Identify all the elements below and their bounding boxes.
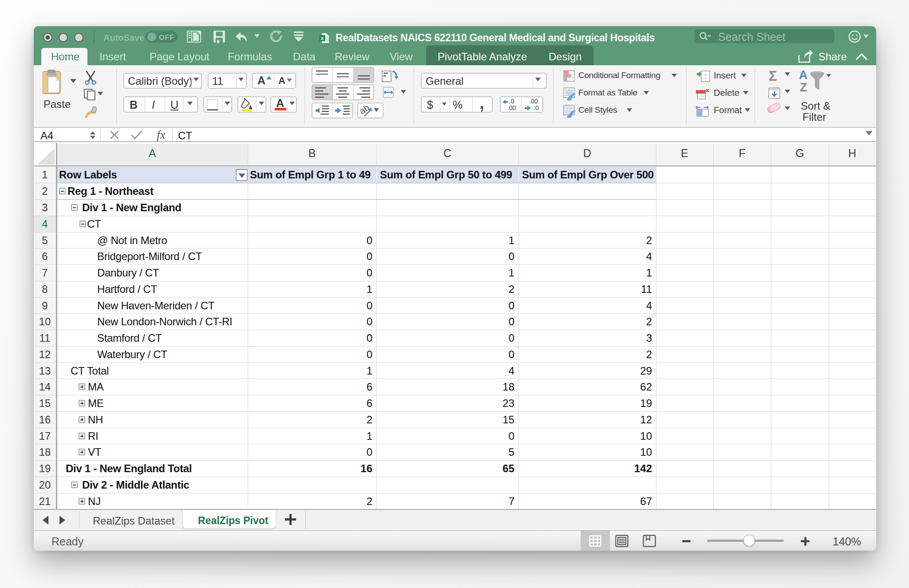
- svg-text:.00: .00: [529, 98, 538, 105]
- svg-text:A: A: [799, 69, 808, 82]
- svg-text:Z: Z: [800, 81, 807, 94]
- svg-text:.00: .00: [507, 104, 516, 111]
- svg-text:.0: .0: [509, 98, 514, 105]
- svg-text:.0: .0: [534, 104, 539, 111]
- svg-text:x: x: [321, 36, 324, 41]
